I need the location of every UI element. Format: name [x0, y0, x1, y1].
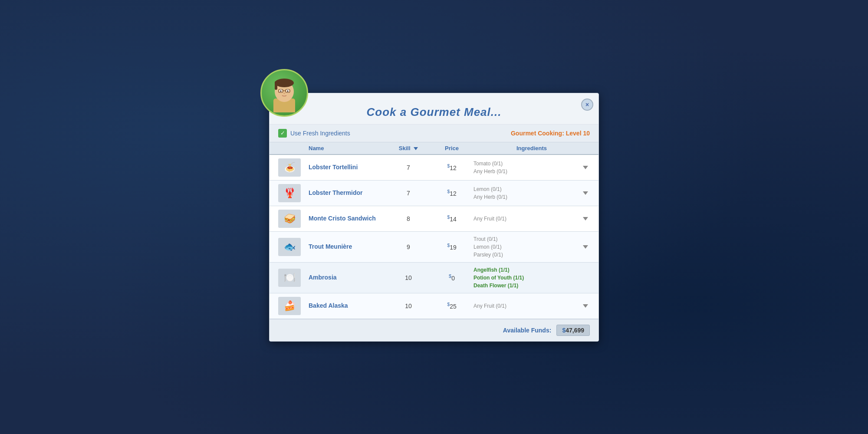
food-image: 🦞	[278, 184, 301, 202]
options-bar: ✓ Use Fresh Ingredients Gourmet Cooking:…	[270, 125, 598, 142]
ingredient-line: Lemon (0/1)	[473, 243, 579, 251]
food-skill: 10	[387, 302, 430, 309]
food-name: Trout Meunière	[309, 243, 387, 250]
food-skill: 7	[387, 190, 430, 197]
row-wrapper: 🐟Trout Meunière9$19Trout (0/1)Lemon (0/1…	[270, 232, 598, 263]
fresh-ingredients-toggle[interactable]: ✓ Use Fresh Ingredients	[278, 129, 350, 138]
header-image	[278, 145, 309, 151]
food-skill: 7	[387, 164, 430, 171]
dropdown-arrow-icon[interactable]	[583, 166, 588, 169]
fresh-ingredients-label: Use Fresh Ingredients	[290, 130, 350, 137]
table-row[interactable]: 🥪Monte Cristo Sandwich8$14Any Fruit (0/1…	[270, 206, 598, 232]
ingredient-line: Any Herb (0/1)	[473, 168, 579, 175]
header-price: Price	[430, 145, 473, 151]
food-price: $25	[430, 302, 473, 310]
ingredient-line: Parsley (0/1)	[473, 251, 579, 259]
dropdown-arrow-icon[interactable]	[583, 304, 588, 308]
food-price: $0	[430, 273, 473, 282]
food-name: Baked Alaska	[309, 302, 387, 309]
header-ingredients: Ingredients	[473, 145, 590, 151]
ingredient-line: Any Herb (0/1)	[473, 193, 579, 201]
food-skill: 9	[387, 243, 430, 250]
food-image: 🐟	[278, 238, 301, 256]
meal-selection-dialog: × Cook a Gourmet Meal... ✓ Use Fresh Ing…	[269, 93, 599, 342]
row-wrapper: 🍽️Ambrosia10$0Angelfish (1/1)Potion of Y…	[270, 263, 598, 293]
row-wrapper: 🥪Monte Cristo Sandwich8$14Any Fruit (0/1…	[270, 206, 598, 232]
sort-arrow-icon	[414, 147, 418, 150]
food-skill: 8	[387, 215, 430, 222]
ingredient-line: Lemon (0/1)	[473, 185, 579, 193]
ingredient-line: Tomato (0/1)	[473, 160, 579, 168]
dialog-title: Cook a Gourmet Meal...	[278, 105, 590, 119]
ingredient-line: Potion of Youth (1/1)	[473, 274, 579, 282]
dropdown-arrow-icon[interactable]	[583, 217, 588, 220]
meal-list: 🍝Lobster Tortellini7$12Tomato (0/1)Any H…	[270, 155, 598, 319]
food-skill: 10	[387, 274, 430, 281]
checkbox-icon: ✓	[278, 129, 287, 138]
dialog-wrapper: × Cook a Gourmet Meal... ✓ Use Fresh Ing…	[269, 93, 599, 342]
ingredients-cell: Tomato (0/1)Any Herb (0/1)	[473, 160, 590, 175]
funds-amount-display: $47,699	[556, 325, 590, 336]
skill-level-display: Gourmet Cooking: Level 10	[511, 130, 590, 137]
ingredient-line: Death Flower (1/1)	[473, 282, 579, 289]
table-row[interactable]: 🦞Lobster Thermidor7$12Lemon (0/1)Any Her…	[270, 181, 598, 206]
table-row[interactable]: 🐟Trout Meunière9$19Trout (0/1)Lemon (0/1…	[270, 232, 598, 263]
svg-point-3	[275, 79, 294, 87]
dropdown-arrow-icon[interactable]	[583, 245, 588, 249]
table-header: Name Skill Price Ingredients	[270, 142, 598, 155]
svg-point-12	[283, 92, 285, 94]
svg-rect-4	[275, 81, 277, 90]
close-button[interactable]: ×	[581, 99, 593, 111]
food-image: 🥪	[278, 210, 301, 228]
food-name: Monte Cristo Sandwich	[309, 214, 387, 222]
food-image: 🍽️	[278, 269, 301, 287]
food-name: Lobster Thermidor	[309, 189, 387, 197]
table-row[interactable]: 🍰Baked Alaska10$25Any Fruit (0/1)	[270, 293, 598, 319]
table-row[interactable]: 🍽️Ambrosia10$0Angelfish (1/1)Potion of Y…	[270, 263, 598, 293]
ingredient-line: Angelfish (1/1)	[473, 266, 579, 274]
dialog-footer: Available Funds: $47,699	[270, 319, 598, 341]
row-wrapper: 🍰Baked Alaska10$25Any Fruit (0/1)	[270, 293, 598, 319]
food-name: Lobster Tortellini	[309, 163, 387, 171]
ingredients-cell: Angelfish (1/1)Potion of Youth (1/1)Deat…	[473, 266, 590, 289]
available-funds-label: Available Funds:	[503, 327, 552, 334]
ingredients-cell: Lemon (0/1)Any Herb (0/1)	[473, 185, 590, 201]
food-name: Ambrosia	[309, 273, 387, 281]
food-price: $12	[430, 163, 473, 171]
food-price: $19	[430, 243, 473, 251]
ingredients-cell: Any Fruit (0/1)	[473, 302, 590, 310]
dialog-header: Cook a Gourmet Meal...	[270, 93, 598, 125]
ingredient-line: Any Fruit (0/1)	[473, 215, 579, 223]
avatar	[260, 69, 308, 117]
header-name: Name	[309, 145, 387, 151]
ingredient-line: Trout (0/1)	[473, 235, 579, 243]
svg-point-7	[280, 90, 282, 92]
food-image: 🍝	[278, 158, 301, 177]
dollar-sign: $	[562, 327, 566, 334]
table-row[interactable]: 🍝Lobster Tortellini7$12Tomato (0/1)Any H…	[270, 155, 598, 181]
food-price: $12	[430, 189, 473, 197]
ingredients-cell: Any Fruit (0/1)	[473, 215, 590, 223]
dropdown-arrow-icon[interactable]	[583, 191, 588, 195]
ingredients-cell: Trout (0/1)Lemon (0/1)Parsley (0/1)	[473, 235, 590, 259]
food-image: 🍰	[278, 297, 301, 315]
funds-value: 47,699	[566, 327, 584, 334]
food-price: $14	[430, 214, 473, 223]
ingredient-line: Any Fruit (0/1)	[473, 302, 579, 310]
row-wrapper: 🦞Lobster Thermidor7$12Lemon (0/1)Any Her…	[270, 181, 598, 206]
header-skill[interactable]: Skill	[387, 145, 430, 151]
svg-point-8	[287, 90, 289, 92]
row-wrapper: 🍝Lobster Tortellini7$12Tomato (0/1)Any H…	[270, 155, 598, 181]
